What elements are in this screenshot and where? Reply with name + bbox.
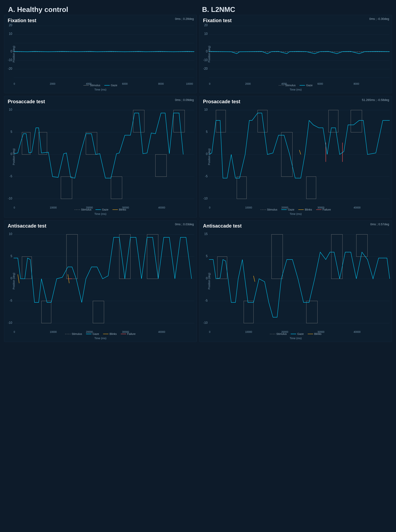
svg-rect-58 — [155, 154, 166, 177]
fixation-row: Fixation test 0ms ; 0.28deg Position (de… — [4, 15, 392, 93]
antisaccade-right-cursor: 0ms ; 0.57deg — [370, 223, 389, 226]
gaze-label: Gaze — [111, 84, 117, 87]
stimulus-line — [75, 210, 80, 210]
svg-text:0: 0 — [209, 82, 210, 85]
svg-text:15: 15 — [204, 232, 208, 236]
antisaccade-right-ylabel: Position (deg) — [208, 273, 211, 289]
prosaccade-left-ylabel: Position (deg) — [12, 148, 15, 165]
prosaccade-right-xlabel: Time (ms) — [290, 213, 302, 216]
svg-text:40000: 40000 — [354, 206, 360, 209]
svg-rect-53 — [39, 132, 47, 154]
svg-text:-10: -10 — [203, 58, 208, 62]
svg-text:10000: 10000 — [50, 206, 57, 209]
prosaccade-right-legend: Stimulus Gaze Blinks Failure — [261, 208, 331, 211]
fixation-left-xlabel: Time (ms) — [94, 88, 106, 91]
svg-text:0: 0 — [206, 277, 208, 280]
legend-stimulus: Stimulus — [279, 84, 296, 87]
prosaccade-left-chart: 10 5 0 -5 -10 0 10000 20000 30000 40000 — [14, 98, 194, 211]
stimulus-line — [279, 85, 284, 86]
svg-text:-5: -5 — [205, 299, 208, 302]
fixation-right-title: Fixation test — [202, 17, 233, 24]
prosaccade-right-ylabel: Position (deg) — [208, 148, 211, 165]
svg-text:0: 0 — [206, 49, 208, 53]
svg-rect-54 — [61, 177, 72, 199]
stimulus-label: Stimulus — [285, 84, 296, 87]
svg-text:2000: 2000 — [245, 82, 250, 85]
prosaccade-left-panel: Prosaccade test 0ms ; 0.09deg Position (… — [4, 96, 197, 218]
failure-line — [121, 334, 126, 334]
fixation-right-chart: 20 10 0 -10 -20 0 2000 4000 6000 8000 — [209, 17, 390, 86]
svg-text:-5: -5 — [10, 174, 12, 178]
gaze-line — [104, 85, 110, 86]
svg-text:5: 5 — [11, 130, 12, 134]
blinks-line — [298, 209, 304, 210]
failure-line — [316, 209, 321, 210]
svg-text:-10: -10 — [8, 321, 12, 325]
antisaccade-right-legend: Stimulus Gaze Blinks — [270, 332, 321, 336]
antisaccade-left-legend: Stimulus Gaze Blinks Failure — [65, 332, 135, 336]
svg-text:-10: -10 — [8, 196, 12, 200]
svg-rect-55 — [86, 132, 97, 154]
antisaccade-right-panel: Antisaccade test 0ms ; 0.57deg Position … — [199, 220, 392, 342]
svg-rect-80 — [328, 110, 338, 132]
legend-stimulus: Stimulus — [83, 84, 100, 87]
fixation-right-panel: Fixation test 0ms ; -0.30deg Position (d… — [199, 15, 392, 93]
svg-text:-20: -20 — [8, 66, 12, 71]
svg-text:0: 0 — [11, 277, 12, 280]
svg-rect-56 — [111, 177, 122, 199]
gaze-line — [281, 209, 287, 210]
antisaccade-right-chart: 15 5 0 -5 -10 0 10000 20000 30000 40000 — [209, 223, 390, 335]
prosaccade-left-cursor: 0ms ; 0.09deg — [175, 98, 194, 102]
svg-rect-52 — [22, 132, 30, 154]
svg-rect-79 — [306, 177, 316, 199]
prosaccade-right-panel: Prosaccade test 51.265ms ; -0.58deg Posi… — [199, 96, 392, 218]
svg-text:2000: 2000 — [50, 82, 55, 85]
svg-text:10: 10 — [9, 108, 12, 111]
fixation-left-panel: Fixation test 0ms ; 0.28deg Position (de… — [4, 15, 197, 93]
column-headers: A. Healthy control B. L2NMC — [4, 6, 392, 13]
svg-rect-125 — [244, 301, 253, 323]
fixation-right-legend: Stimulus Gaze — [279, 84, 313, 87]
header-left: A. Healthy control — [4, 6, 198, 13]
svg-line-84 — [299, 150, 301, 154]
svg-text:10000: 10000 — [245, 330, 252, 333]
fixation-right-cursor: 0ms ; -0.30deg — [369, 17, 389, 21]
svg-rect-76 — [237, 177, 246, 199]
svg-text:6000: 6000 — [317, 82, 323, 85]
prosaccade-right-chart: 10 5 0 -5 -10 0 10000 20000 30000 40000 — [209, 98, 390, 211]
gaze-line — [86, 334, 91, 334]
fixation-right-xlabel: Time (ms) — [290, 88, 302, 91]
svg-text:0: 0 — [206, 152, 208, 156]
svg-text:-5: -5 — [205, 174, 208, 178]
svg-text:10000: 10000 — [245, 206, 252, 209]
svg-text:10000: 10000 — [50, 330, 57, 333]
svg-text:0: 0 — [11, 49, 12, 53]
svg-text:10: 10 — [204, 108, 208, 111]
prosaccade-left-title: Prosaccade test — [6, 98, 46, 105]
svg-text:0: 0 — [14, 330, 15, 333]
svg-text:5: 5 — [11, 254, 12, 258]
svg-text:5: 5 — [206, 254, 208, 258]
svg-text:40000: 40000 — [158, 206, 165, 209]
svg-rect-129 — [356, 234, 367, 257]
svg-text:-20: -20 — [203, 66, 208, 71]
svg-rect-81 — [351, 110, 362, 132]
gaze-line — [95, 209, 101, 210]
antisaccade-left-xlabel: Time (ms) — [94, 337, 106, 340]
fixation-left-cursor: 0ms ; 0.28deg — [175, 17, 194, 21]
stimulus-line — [83, 85, 89, 86]
blinks-line — [103, 334, 108, 334]
antisaccade-left-ylabel: Position (deg) — [12, 273, 15, 289]
svg-rect-101 — [41, 301, 51, 323]
svg-text:8000: 8000 — [354, 82, 359, 85]
fixation-left-title: Fixation test — [6, 17, 38, 24]
svg-text:10: 10 — [9, 232, 12, 236]
antisaccade-right-title: Antisaccade test — [202, 223, 243, 229]
blinks-line — [112, 209, 118, 210]
svg-text:8000: 8000 — [158, 82, 164, 85]
svg-rect-77 — [258, 110, 267, 132]
antisaccade-left-title: Antisaccade test — [6, 223, 48, 229]
fixation-left-chart: 20 10 0 -10 -20 0 2000 4000 6000 8000 10… — [14, 17, 194, 86]
svg-text:-10: -10 — [203, 321, 208, 325]
svg-text:0: 0 — [14, 82, 15, 85]
